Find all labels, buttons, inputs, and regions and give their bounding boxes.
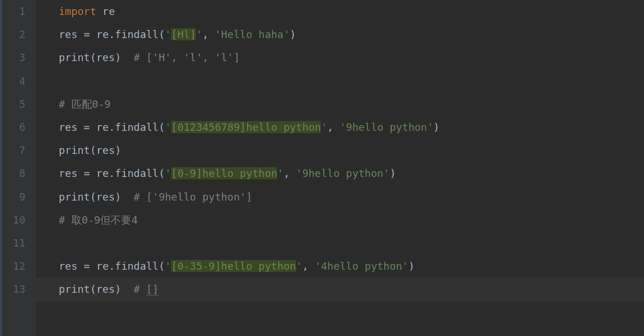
regex-literal: [0-35-9]hello python <box>171 260 296 272</box>
operator-assign: = <box>84 167 90 179</box>
code-line[interactable] <box>36 232 644 255</box>
code-line[interactable]: import re <box>36 0 644 23</box>
string-quote: ' <box>165 167 171 179</box>
string-quote: ' <box>277 167 283 179</box>
line-number: 2 <box>2 23 25 46</box>
string-quote: ' <box>321 121 327 133</box>
operator-assign: = <box>84 121 90 133</box>
function-call: re.findall( <box>90 28 165 40</box>
builtin-print: print <box>59 144 90 156</box>
call-args: (res) <box>90 191 134 203</box>
variable: res <box>59 121 84 133</box>
code-area[interactable]: import re res = re.findall('[Hl]', 'Hell… <box>36 0 644 336</box>
comma: , <box>283 167 296 179</box>
keyword-import: import <box>59 5 96 17</box>
regex-literal: [0123456789]hello python <box>171 121 321 133</box>
line-number-gutter: 1 2 3 4 5 6 7 8 9 10 11 12 13 <box>2 0 36 336</box>
call-args: (res) <box>90 51 134 63</box>
string-literal: '4hello python' <box>315 260 408 272</box>
code-line[interactable]: print(res) # ['9hello python'] <box>36 186 644 209</box>
builtin-print: print <box>59 51 90 63</box>
line-number: 12 <box>2 255 25 278</box>
operator-assign: = <box>84 28 90 40</box>
call-args: (res) <box>90 283 134 295</box>
code-line[interactable]: print(res) # [] <box>36 278 644 301</box>
comma: , <box>302 260 315 272</box>
line-number: 8 <box>2 162 25 185</box>
function-call: re.findall( <box>90 260 165 272</box>
comment: # ['H', 'l', 'l'] <box>134 51 240 63</box>
string-quote: ' <box>165 28 171 40</box>
code-line[interactable]: res = re.findall('[0-35-9]hello python',… <box>36 255 644 278</box>
comma: , <box>327 121 340 133</box>
code-line[interactable]: # 取0-9但不要4 <box>36 209 644 232</box>
comment-warning: [] <box>146 283 159 296</box>
line-number: 7 <box>2 139 25 162</box>
line-number: 5 <box>2 93 25 116</box>
line-number: 6 <box>2 116 25 139</box>
code-line[interactable]: res = re.findall('[0123456789]hello pyth… <box>36 116 644 139</box>
string-quote: ' <box>296 260 302 272</box>
code-lines: import re res = re.findall('[Hl]', 'Hell… <box>36 0 644 301</box>
code-editor: 1 2 3 4 5 6 7 8 9 10 11 12 13 import re … <box>0 0 644 336</box>
regex-literal: [0-9]hello python <box>171 167 277 179</box>
function-call: re.findall( <box>90 167 165 179</box>
comment: # 匹配0-9 <box>59 98 111 110</box>
function-call: re.findall( <box>90 121 165 133</box>
line-number: 4 <box>2 70 25 93</box>
builtin-print: print <box>59 283 90 295</box>
comma: , <box>202 28 215 40</box>
comment: # <box>134 283 146 295</box>
builtin-print: print <box>59 191 90 203</box>
string-quote: ' <box>165 121 171 133</box>
variable: res <box>59 28 84 40</box>
comment: # ['9hello python'] <box>134 191 252 203</box>
paren-close: ) <box>389 167 396 179</box>
variable: res <box>59 260 84 272</box>
string-literal: '9hello python' <box>296 167 390 179</box>
line-number: 3 <box>2 46 25 69</box>
line-number: 10 <box>2 209 25 232</box>
operator-assign: = <box>84 260 90 272</box>
code-line[interactable]: # 匹配0-9 <box>36 93 644 116</box>
code-line[interactable] <box>36 70 644 93</box>
regex-literal: [Hl] <box>171 28 196 40</box>
line-number: 9 <box>2 186 25 209</box>
code-line[interactable]: res = re.findall('[0-9]hello python', '9… <box>36 162 644 185</box>
string-literal: 'Hello haha' <box>215 28 290 40</box>
line-number: 11 <box>2 232 25 255</box>
paren-close: ) <box>433 121 440 133</box>
paren-close: ) <box>408 260 415 272</box>
module-name: re <box>96 5 115 17</box>
code-line[interactable]: print(res) # ['H', 'l', 'l'] <box>36 46 644 69</box>
paren-close: ) <box>290 28 296 40</box>
line-number: 1 <box>2 0 25 23</box>
string-quote: ' <box>196 28 202 40</box>
string-quote: ' <box>165 260 171 272</box>
code-line[interactable]: print(res) <box>36 139 644 162</box>
comment: # 取0-9但不要4 <box>59 214 138 226</box>
line-number: 13 <box>2 278 25 301</box>
variable: res <box>59 167 84 179</box>
string-literal: '9hello python' <box>340 121 434 133</box>
call-args: (res) <box>90 144 121 156</box>
code-line[interactable]: res = re.findall('[Hl]', 'Hello haha') <box>36 23 644 46</box>
